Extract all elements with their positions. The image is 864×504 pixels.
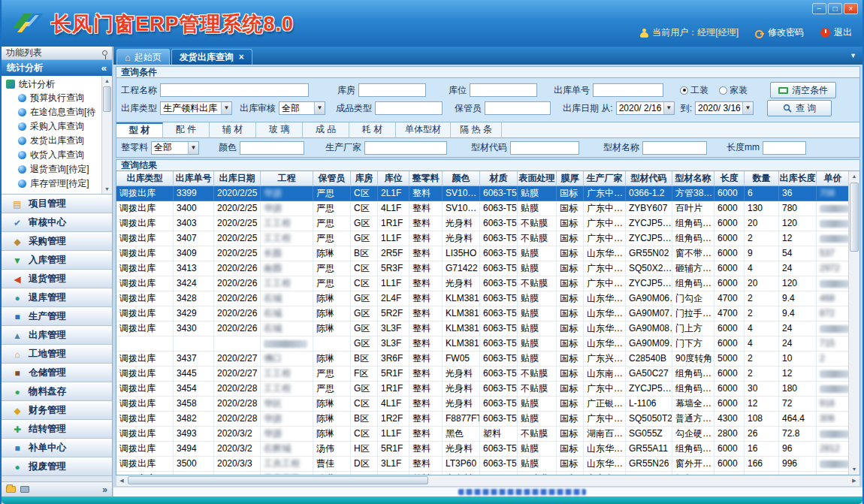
pin-icon[interactable] <box>102 50 107 56</box>
expand-chevrons-icon[interactable]: » <box>102 484 107 495</box>
table-row[interactable]: 调拨出库34302020/2/26石城陈琳G区3L3F整料KLM38176063… <box>116 321 848 337</box>
column-header[interactable]: 出库类型 <box>116 171 174 186</box>
folder-icon[interactable] <box>6 486 16 493</box>
material-tab[interactable]: 配 件 <box>163 122 210 137</box>
table-row[interactable]: 调拨出库35102020/3/4工共工程陈琳F区5R1F整料光身料6063-T5… <box>116 472 848 475</box>
column-header[interactable]: 出库日期 <box>214 171 261 186</box>
material-tab[interactable]: 隔 热 条 <box>451 122 502 137</box>
table-row[interactable]: 调拨出库35002020/3/3工共工程曹佳D区3L1F整料LT3P606063… <box>116 457 848 472</box>
vertical-scrollbar[interactable]: ▲ ▼ <box>848 171 859 475</box>
h-scroll-thumb[interactable] <box>128 476 428 484</box>
material-tab[interactable]: 型 材 <box>116 122 163 137</box>
sidebar-item-scrap[interactable]: ●报废管理 <box>2 457 112 476</box>
keeper-input[interactable] <box>485 101 551 115</box>
column-header[interactable]: 单价 <box>817 171 848 186</box>
tree-item[interactable]: 预算执行查询 <box>18 91 112 105</box>
column-header[interactable]: 出库长度 <box>779 171 817 186</box>
material-tab[interactable]: 成 品 <box>303 122 349 137</box>
scroll-right-icon[interactable]: ▶ <box>849 475 859 485</box>
audit-select[interactable]: 全部 ▼ <box>279 101 325 115</box>
profile-code-input[interactable] <box>510 141 579 155</box>
stats-group-header[interactable]: 统计分析 « <box>2 60 112 76</box>
table-row[interactable]: 调拨出库34002020/2/25华源严思C区4L1F整料SV10…6063-T… <box>116 201 848 216</box>
radio-tooling-icon[interactable] <box>680 86 688 95</box>
order-no-input[interactable] <box>593 83 663 97</box>
sidebar-item-project[interactable]: ▤项目管理 <box>2 195 112 213</box>
radio-home[interactable]: 家装 <box>719 84 751 97</box>
table-row[interactable]: 调拨出库34452020/2/27工工程严思F区5R1F整料光身料6063-T5… <box>116 367 848 382</box>
radio-home-icon[interactable] <box>719 86 727 95</box>
out-type-select[interactable]: 生产领料出库 ▼ <box>160 101 232 115</box>
color-input[interactable] <box>240 141 304 155</box>
sidebar-item-supplement[interactable]: ■补单中心 <box>2 439 112 457</box>
column-header[interactable]: 库房 <box>351 171 378 186</box>
location-input[interactable] <box>470 83 537 97</box>
date-from-picker[interactable]: 2020/ 2/16 ▼ <box>616 101 675 115</box>
sidebar-item-site[interactable]: ⌂工地管理 <box>2 345 112 364</box>
sidebar-item-production[interactable]: ■生产管理 <box>2 307 112 326</box>
scroll-down-icon[interactable]: ▼ <box>102 184 112 194</box>
sidebar-item-carryover[interactable]: ✚结转管理 <box>2 420 112 439</box>
column-header[interactable]: 膜厚 <box>557 171 584 186</box>
sidebar-item-inventory[interactable]: ●物料盘存 <box>2 382 112 401</box>
table-row[interactable]: 调拨出库34932020/3/2华源陈琳C区1L1F整料黑色塑料不贴膜国标湖南百… <box>116 427 848 442</box>
sidebar-item-outbound[interactable]: ▲出库管理 <box>2 326 112 345</box>
column-header[interactable]: 库位 <box>378 171 409 186</box>
product-type-input[interactable] <box>375 101 443 115</box>
tree-item[interactable]: 收货入库查询 <box>18 148 112 162</box>
column-header[interactable]: 表面处理 <box>518 171 557 186</box>
scroll-up-icon[interactable]: ▲ <box>102 76 112 86</box>
change-password-button[interactable]: 修改密码 <box>755 26 804 39</box>
table-row[interactable]: 调拨出库34072020/2/25工工程严思G区1L1F整料光身料6063-T5… <box>116 231 848 246</box>
material-tab[interactable]: 辅 材 <box>210 122 256 137</box>
table-row[interactable]: 调拨出库34582020/2/28华区陈琳C区4L1F整料光身料6063-T5贴… <box>116 397 848 412</box>
material-tab[interactable]: 耗 材 <box>349 122 396 137</box>
tab-active-document[interactable]: 发货出库查询× <box>171 49 252 65</box>
table-row[interactable]: G区3L3F整料KLM38176063-T5贴膜国标山东华…GA90M09…门下… <box>116 337 848 352</box>
profile-name-input[interactable] <box>642 141 707 155</box>
monitor-icon[interactable] <box>20 486 29 493</box>
column-header[interactable]: 材质 <box>480 171 518 186</box>
horizontal-scrollbar[interactable]: ◀ ▶ <box>116 475 860 487</box>
column-header[interactable]: 长度 <box>714 171 745 186</box>
sidebar-item-audit[interactable]: ✔审核中心 <box>2 213 112 232</box>
scroll-down-icon[interactable]: ▼ <box>849 464 859 475</box>
column-header[interactable]: 整零料 <box>409 171 443 186</box>
tree-item[interactable]: 发货出库查询 <box>18 134 112 148</box>
column-header[interactable]: 工程 <box>261 171 313 186</box>
tree-scroll-thumb[interactable] <box>103 86 111 112</box>
column-header[interactable]: 出库单号 <box>174 171 214 186</box>
tree-item[interactable]: 库存管理[待定] <box>18 177 112 191</box>
column-header[interactable]: 型材代码 <box>626 171 672 186</box>
maximize-button[interactable]: □ <box>828 3 842 14</box>
material-tab[interactable]: 玻 璃 <box>256 122 303 137</box>
close-button[interactable]: × <box>844 3 858 14</box>
table-row[interactable]: 调拨出库33992020/2/25华源严思C区2L1F整料SV10…6063-T… <box>116 186 848 201</box>
whole-select[interactable]: 全部 ▼ <box>151 141 199 155</box>
table-row[interactable]: 调拨出库34242020/2/26工工程严思C区1L1F整料光身料6063-T5… <box>116 276 848 291</box>
tree-root[interactable]: 统计分析 <box>6 77 112 91</box>
radio-tooling[interactable]: 工装 <box>680 84 711 97</box>
sidebar-item-finance[interactable]: ◆财务管理 <box>2 401 112 420</box>
chevron-down-icon[interactable]: ▼ <box>314 102 325 114</box>
table-row[interactable]: 调拨出库34282020/2/26石城陈琳G区2L4F整料KLM38176063… <box>116 291 848 306</box>
sidebar-item-return-goods[interactable]: ◀退货管理 <box>2 270 112 288</box>
scroll-up-icon[interactable]: ▲ <box>849 171 859 182</box>
column-header[interactable]: 颜色 <box>443 171 480 186</box>
sidebar-item-return-store[interactable]: ●退库管理 <box>2 288 112 307</box>
date-to-picker[interactable]: 2020/ 3/16 ▼ <box>695 101 754 115</box>
table-row[interactable]: 调拨出库34822020/2/28华源陈琳B区1R2F整料F8877FT6063… <box>116 412 848 427</box>
tree-item[interactable]: 采购入库查询 <box>18 119 112 134</box>
table-row[interactable]: 调拨出库34092020/2/25长园陈琳B区2R5F整料LI35HO6063-… <box>116 246 848 261</box>
clear-conditions-button[interactable]: 清空条件 <box>770 82 836 98</box>
tab-list-dropdown-icon[interactable]: ▼ <box>850 52 856 59</box>
close-tab-icon[interactable]: × <box>239 53 244 61</box>
collapse-button[interactable]: « <box>101 62 107 74</box>
search-button[interactable]: 查 询 <box>767 100 832 116</box>
tree-item[interactable]: 在途信息查询[待 <box>18 105 112 119</box>
sidebar-item-warehouse[interactable]: ■仓储管理 <box>2 364 112 382</box>
tree-item[interactable]: 退货查询[待定] <box>18 162 112 177</box>
tree-scrollbar[interactable]: ▲ ▼ <box>101 76 112 194</box>
logout-button[interactable]: 退出 <box>820 26 852 39</box>
chevron-down-icon[interactable]: ▼ <box>742 102 753 114</box>
